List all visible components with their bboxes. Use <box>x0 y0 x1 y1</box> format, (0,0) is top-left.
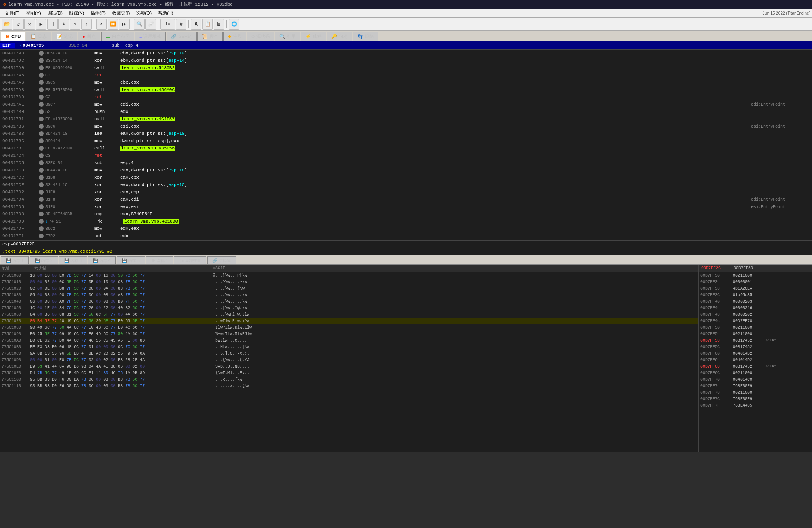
stack-row[interactable]: 00D7FF3C01b95d85 <box>699 292 812 298</box>
hex-row[interactable]: 775C107080 B4 5F 77 10 49 6C 77 50 20 5F… <box>0 318 698 324</box>
stack-row[interactable]: 00D7FF7C768E00F9 <box>699 396 812 402</box>
stack-row[interactable]: 00D7FF3400000001 <box>699 279 812 285</box>
stack-row[interactable]: 00D7FF5000211000 <box>699 324 812 331</box>
stack-row[interactable]: 00D7FF7800211000 <box>699 389 812 396</box>
disasm-row[interactable]: 004017DF 89C2 mov edx,eax <box>0 225 812 232</box>
mem-tab-5[interactable]: 💾 内存 5 <box>117 256 145 264</box>
toolbar-log[interactable]: 📋 <box>202 19 213 30</box>
disasm-row[interactable]: 004017D6 31F0 xor eax,esi esi:EntryPoint <box>0 203 812 210</box>
menu-file[interactable]: 文件(F) <box>2 9 23 17</box>
stack-row[interactable]: 00D7FF6800B17452<&Ent <box>699 363 812 370</box>
tab-source[interactable]: ◇ 源代码 <box>247 32 274 41</box>
disasm-area[interactable]: 00401798 8B5C24 10 mov ebx,dword ptr ss:… <box>0 50 812 240</box>
toolbar-font[interactable]: A <box>191 19 201 30</box>
stack-row[interactable]: 00D7FF70004014C0 <box>699 376 812 383</box>
toolbar-restart[interactable]: ↺ <box>13 19 24 30</box>
hex-row[interactable]: 775C10200C 00 0E 00 B8 7F 5C 77 08 00 0A… <box>0 285 698 292</box>
toolbar-run[interactable]: ▶ <box>36 19 46 30</box>
mem-tab-3[interactable]: 💾 内存 3 <box>59 256 87 264</box>
hex-row[interactable]: 775C104006 00 08 00 A0 7F 5C 77 06 00 08… <box>0 298 698 305</box>
tab-callstack[interactable]: ≡ 调用堆栈 <box>135 32 166 41</box>
toolbar-goto[interactable]: 🔍 <box>134 19 145 30</box>
disasm-row[interactable]: 004017A5 C3 ret <box>0 71 812 79</box>
disasm-row[interactable]: 004017B1 E8 A1370C00 call learn_vmp.vmp.… <box>0 115 812 123</box>
hex-row[interactable]: 775C106084 00 86 00 88 81 5C 77 50 6C 5F… <box>0 311 698 318</box>
hex-row[interactable]: 775C1090E0 25 5E 77 69 49 6C 77 E0 4D 6C… <box>0 331 698 337</box>
hex-dump[interactable]: 地址 十六进制 ASCII 775C100016 00 18 00 E0 7D … <box>0 265 698 452</box>
toolbar-close[interactable]: ✕ <box>24 19 35 30</box>
stack-row[interactable]: 00D7FF4000000203 <box>699 298 812 305</box>
tab-reference[interactable]: 🔍 引用 <box>275 32 300 41</box>
disasm-row[interactable]: 004017C8 8B4424 18 mov eax,dword ptr ss:… <box>0 167 812 174</box>
disasm-row[interactable]: 004017B8 8D4424 18 lea eax,dword ptr ss:… <box>0 130 812 137</box>
hex-row[interactable]: 775C100016 00 18 00 E0 7D 5C 77 14 00 16… <box>0 272 698 279</box>
tab-cpu[interactable]: 🖥 CPU <box>1 32 25 41</box>
mem-tab-1[interactable]: 💾 内存 1 <box>1 256 29 264</box>
disasm-row[interactable]: 004017B0 52 push edx <box>0 108 812 115</box>
disasm-row[interactable]: 004017D2 31E8 xor eax,ebp <box>0 188 812 196</box>
disasm-row[interactable]: 004017B6 89C6 mov esi,eax esi:EntryPoint <box>0 123 812 130</box>
hex-row[interactable]: 775C10B0EE E3 D3 F0 06 48 6C 77 01 00 00… <box>0 344 698 350</box>
toolbar-patch[interactable]: 🩹 <box>145 19 156 30</box>
toolbar-pause[interactable]: ⏸ <box>47 19 58 30</box>
toolbar-animate-over[interactable]: ⏭ <box>119 19 130 30</box>
hex-row[interactable]: 775C10E0B9 53 41 44 8A 9C D6 9B 04 4A 4E… <box>0 363 698 370</box>
stack-row[interactable]: 00D7FF3000211000 <box>699 272 812 279</box>
disasm-row[interactable]: 004017E1 F7D2 not edx <box>0 232 812 240</box>
stack-row[interactable]: 00D7FF74768E00F9 <box>699 383 812 389</box>
toolbar-fx[interactable]: fx <box>160 19 175 30</box>
stack-row[interactable]: 00D7FF5C00B17452 <box>699 344 812 350</box>
menu-trace[interactable]: 跟踪(N) <box>66 9 87 17</box>
disasm-row[interactable]: 004017A0 E8 0D691400 call learn_vmp.vmp.… <box>0 64 812 71</box>
disasm-row[interactable]: 0040179C 335C24 14 xor ebx,dword ptr ss:… <box>0 57 812 64</box>
disasm-row[interactable]: 004017BC 890424 mov dword ptr ss:[esp],e… <box>0 137 812 145</box>
stack-row[interactable]: 00D7FF60004014D2 <box>699 350 812 357</box>
mem-tab-4[interactable]: 💾 内存 4 <box>88 256 116 264</box>
disasm-row[interactable]: 004017A8 E8 5F520500 call learn_vmp.vmp.… <box>0 86 812 93</box>
toolbar-step-over[interactable]: ↷ <box>70 19 80 30</box>
menu-options[interactable]: 选项(O) <box>133 9 155 17</box>
hex-row[interactable]: 775C110095 BB 83 D0 F6 D0 DA 78 06 00 03… <box>0 376 698 383</box>
menu-view[interactable]: 视图(Y) <box>23 9 44 17</box>
toolbar-open[interactable]: 📂 <box>2 19 12 30</box>
disasm-row[interactable]: 004017C5 83EC 04 sub esp,4 <box>0 159 812 167</box>
disasm-row[interactable]: 004017E3 A3 28304000 mov dword ptr ds:[4… <box>0 240 812 240</box>
hex-row[interactable]: 775C101000 00 02 00 0C 5E 5C 77 0E 00 10… <box>0 279 698 285</box>
hex-row[interactable]: 775C10C09A 8B 13 35 96 5D BD 4F 8E AC 2D… <box>0 350 698 357</box>
stack-row[interactable]: 00D7FF7F768E4485 <box>699 402 812 409</box>
disasm-row[interactable]: 004017BF E8 92472300 call learn_vmp.vmp.… <box>0 145 812 152</box>
stack-row[interactable]: 00D7FF64004014D2 <box>699 357 812 363</box>
tab-handle[interactable]: 🔑 句柄 <box>327 32 352 41</box>
disasm-row[interactable]: 004017C4 C3 ret <box>0 152 812 159</box>
toolbar-calc[interactable]: 🖩 <box>214 19 224 30</box>
tab-seh[interactable]: 🔗 SEH链 <box>167 32 197 41</box>
stack-row[interactable]: 00D7FF4c00D7FF70 <box>699 318 812 324</box>
tab-trace[interactable]: 👣 跟踪 <box>353 32 378 41</box>
toolbar-web[interactable]: 🌐 <box>229 19 239 30</box>
stack-row[interactable]: 00D7FF4800000202 <box>699 311 812 318</box>
disasm-row[interactable]: 00401798 8B5C24 10 mov ebx,dword ptr ss:… <box>0 50 812 57</box>
menu-plugin[interactable]: 插件(P) <box>87 9 109 17</box>
menu-favorites[interactable]: 收藏夹(I) <box>109 9 133 17</box>
stack-row[interactable]: 00D7FF6C00211000 <box>699 370 812 376</box>
disasm-row[interactable]: 004017D4 31F8 xor eax,edi edi:EntryPoint <box>0 196 812 203</box>
stack-row[interactable]: 00D7FF4400000216 <box>699 305 812 311</box>
mem-tab-struct[interactable]: 🔗 结构体 <box>207 256 236 264</box>
disasm-row[interactable]: 004017A6 89C5 mov ebp,eax <box>0 79 812 86</box>
disasm-row[interactable]: 004017D8 3D 4EE640BB cmp eax,BB40E64E <box>0 210 812 218</box>
tab-script[interactable]: 📜 脚本 <box>197 32 223 41</box>
disasm-row[interactable]: 004017AD C3 ret <box>0 93 812 101</box>
tab-thread[interactable]: ⚡ 线程 <box>301 32 326 41</box>
menu-help[interactable]: 帮助(H) <box>155 9 176 17</box>
hex-row[interactable]: 775C10D000 00 01 00 E0 7B 5C 77 02 00 02… <box>0 357 698 363</box>
toolbar-animate-into[interactable]: ⏩ <box>108 19 118 30</box>
tab-log[interactable]: 📋 日志 <box>26 32 51 41</box>
hex-row[interactable]: 775C10A0E0 CE 62 77 D0 4A 6C 77 46 15 C5… <box>0 337 698 344</box>
mem-tab-watch[interactable]: 👁 监视 1 <box>146 256 173 264</box>
hex-row[interactable]: 775C108090 49 6C 77 50 4A 6C 77 E0 4B 6C… <box>0 324 698 331</box>
tab-symbol[interactable]: ◆ 符号 <box>223 32 246 41</box>
tab-breakpoints[interactable]: ● 断点 <box>78 32 100 41</box>
stack-row[interactable]: 00D7FF5400211000 <box>699 331 812 337</box>
hex-row[interactable]: 775C111093 BB 83 D0 F6 D0 DA 78 06 00 03… <box>0 383 698 389</box>
menu-debug[interactable]: 调试(D) <box>44 9 66 17</box>
